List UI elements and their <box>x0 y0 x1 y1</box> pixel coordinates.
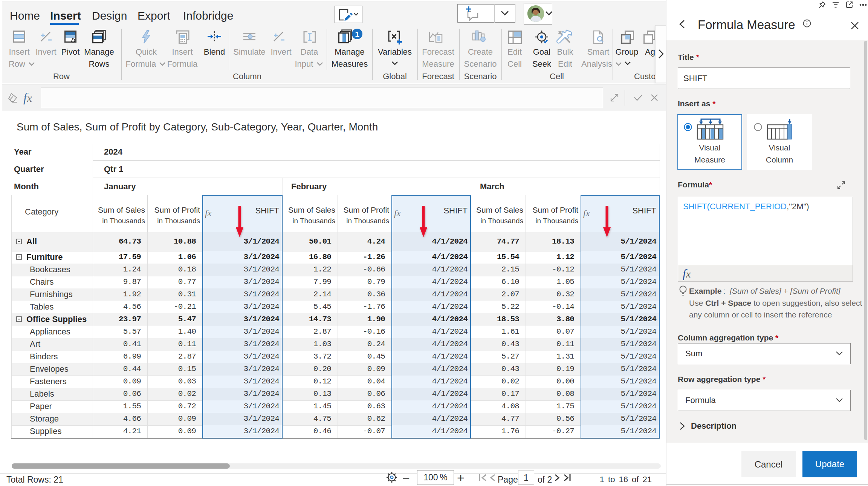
svg-text:1: 1 <box>355 30 359 38</box>
